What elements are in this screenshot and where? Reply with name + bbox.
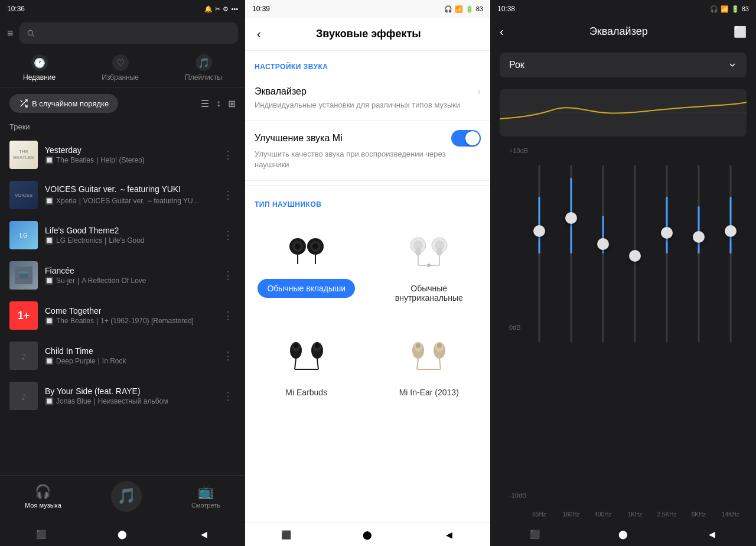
earbuds-inear-svg — [405, 229, 452, 270]
slider-track — [666, 165, 668, 342]
headphone-item-mi-earbuds[interactable]: Mi Earbuds — [245, 317, 368, 412]
tab-playlists[interactable]: 🎵 Плейлисты — [185, 54, 222, 82]
slider-handle[interactable] — [629, 250, 641, 262]
mi-sound-toggle[interactable] — [451, 130, 481, 147]
equalizer-setting-title: Эквалайзер — [255, 86, 307, 97]
square-button-2[interactable]: ⬛ — [279, 528, 293, 542]
slider-65hz[interactable] — [523, 159, 555, 348]
headphone-item-inear[interactable]: Обычные внутриканальные — [368, 213, 491, 317]
slider-handle[interactable] — [597, 238, 609, 250]
track-info: Life's Good Theme2 🔲 LG Electronics | Li… — [45, 226, 213, 245]
preset-selector[interactable]: Рок — [500, 53, 747, 77]
recent-icon: 🕐 — [31, 54, 48, 71]
back-button-3[interactable]: ◀ — [705, 527, 719, 541]
panel-my-music: 10:36 🔔 ✂ ⚙ ••• ≡ 🕐 Недавние ♡ Избранные — [0, 0, 245, 546]
nav-watch[interactable]: 📺 Смотреть — [191, 484, 220, 509]
slider-2-5khz[interactable] — [651, 159, 683, 348]
grid-view-icon[interactable]: ⊞ — [228, 98, 236, 109]
db-bottom-area: -10dB — [500, 489, 747, 506]
nav-my-music[interactable]: 🎧 Моя музыка — [25, 484, 61, 509]
bottom-nav: 🎧 Моя музыка 🎵 📺 Смотреть — [0, 475, 245, 522]
back-button-2[interactable]: ◀ — [442, 528, 457, 542]
track-info: By Your Side (feat. RAYE) 🔲 Jonas Blue |… — [45, 386, 213, 405]
slider-handle[interactable] — [533, 225, 545, 237]
search-input[interactable] — [40, 28, 231, 38]
track-item[interactable]: LG Life's Good Theme2 🔲 LG Electronics |… — [0, 215, 245, 255]
slider-400hz[interactable] — [587, 159, 619, 348]
svg-line-41 — [439, 359, 441, 369]
equalizer-setting-item[interactable]: Эквалайзер › Индивидуальные установки дл… — [245, 76, 490, 121]
track-more-button[interactable]: ⋮ — [220, 266, 236, 284]
track-item[interactable]: Fiancée 🔲 Su-jer | A Reflection Of Love … — [0, 255, 245, 295]
svg-point-9 — [295, 243, 301, 249]
track-more-button[interactable]: ⋮ — [220, 226, 236, 244]
equalizer-icon[interactable]: ≡ — [7, 27, 14, 40]
track-meta: 🔲 Deep Purple | In Rock — [45, 357, 213, 365]
track-title: VOICES Guitar ver. ～featuring YUKI — [45, 184, 213, 195]
status-bar-3: 10:38 🎧 📶 🔋 83 — [490, 0, 756, 18]
svg-point-0 — [28, 30, 32, 35]
mi-inear-2013-svg — [405, 333, 452, 374]
track-more-button[interactable]: ⋮ — [220, 347, 236, 365]
status-bar-2: 10:39 🎧 📶 🔋 83 — [245, 0, 490, 18]
slider-160hz[interactable] — [555, 159, 587, 348]
system-nav-1: ⬛ ⬤ ◀ — [0, 522, 245, 546]
list-view-icon[interactable]: ☰ — [201, 98, 209, 109]
watch-icon: 📺 — [198, 484, 214, 499]
track-item[interactable]: THE BEATLES Yesterday 🔲 The Beatles | He… — [0, 135, 245, 175]
track-more-button[interactable]: ⋮ — [220, 307, 236, 324]
freq-label-14k: 14KHz — [715, 511, 747, 518]
track-item[interactable]: ♪ Child In Time 🔲 Deep Purple | In Rock … — [0, 336, 245, 376]
back-button-3[interactable]: ‹ — [500, 25, 504, 38]
back-button-2[interactable]: ‹ — [255, 25, 263, 43]
freq-label-160: 160Hz — [555, 511, 587, 518]
track-more-button[interactable]: ⋮ — [220, 186, 236, 204]
sort-icon[interactable]: ↕ — [216, 98, 221, 109]
slider-handle[interactable] — [693, 231, 705, 243]
square-button-3[interactable]: ⬛ — [527, 527, 542, 541]
track-meta: 🔲 Xperia | VOICES Guitar ver. ～featuring… — [45, 196, 213, 206]
headphone-type-header: ТИП НАУШНИКОВ — [245, 191, 490, 213]
home-button-2[interactable]: ⬤ — [360, 528, 374, 542]
track-list: THE BEATLES Yesterday 🔲 The Beatles | He… — [0, 135, 245, 475]
slider-handle[interactable] — [661, 227, 673, 239]
top-bar-3: ‹ Эквалайзер ⬜ — [490, 18, 756, 46]
shuffle-icon — [19, 99, 28, 108]
freq-label-6k: 6KHz — [683, 511, 715, 518]
status-icons-2: 🎧 📶 🔋 83 — [444, 5, 483, 13]
headphone-item-standard[interactable]: Обычные вкладыши — [245, 213, 368, 317]
sliders-area: 0dB — [500, 159, 747, 489]
back-button-1[interactable]: ◀ — [197, 527, 211, 541]
headphone-img-mi-inear-2013 — [402, 330, 455, 377]
play-center-button[interactable]: 🎵 — [111, 481, 142, 512]
status-icons-3: 🎧 📶 🔋 83 — [710, 5, 749, 13]
shuffle-button[interactable]: В случайном порядке — [9, 94, 118, 113]
track-item[interactable]: ♪ By Your Side (feat. RAYE) 🔲 Jonas Blue… — [0, 376, 245, 416]
playlists-icon: 🎵 — [195, 54, 212, 71]
save-icon[interactable]: ⬜ — [734, 25, 747, 38]
freq-label-2-5k: 2.5KHz — [651, 511, 683, 518]
home-button-1[interactable]: ⬤ — [115, 527, 129, 541]
tab-favorites[interactable]: ♡ Избранные — [102, 54, 139, 82]
slider-1khz[interactable] — [619, 159, 651, 348]
db-top-area: +10dB — [500, 141, 747, 159]
track-more-button[interactable]: ⋮ — [220, 146, 236, 164]
track-item[interactable]: 1+ Come Together 🔲 The Beatles | 1+ (196… — [0, 295, 245, 336]
tab-recent[interactable]: 🕐 Недавние — [23, 54, 56, 82]
square-button-1[interactable]: ⬛ — [34, 527, 48, 541]
status-icons-1: 🔔 ✂ ⚙ ••• — [204, 5, 238, 13]
music-note-icon: 🎵 — [117, 487, 136, 505]
track-more-button[interactable]: ⋮ — [220, 387, 236, 405]
headphone-item-mi-inear-2013[interactable]: Mi In-Ear (2013) — [368, 317, 491, 412]
slider-14khz[interactable] — [715, 159, 747, 348]
slider-handle[interactable] — [725, 225, 737, 237]
slider-6khz[interactable] — [683, 159, 715, 348]
sound-effects-content: НАСТРОЙКИ ЗВУКА Эквалайзер › Индивидуаль… — [245, 51, 490, 522]
home-button-3[interactable]: ⬤ — [616, 527, 630, 541]
svg-line-1 — [32, 34, 34, 37]
slider-handle[interactable] — [565, 212, 577, 224]
search-box[interactable] — [19, 22, 238, 44]
track-thumbnail: 1+ — [9, 301, 38, 330]
track-item[interactable]: VOICES VOICES Guitar ver. ～featuring YUK… — [0, 175, 245, 215]
svg-line-37 — [417, 359, 418, 369]
